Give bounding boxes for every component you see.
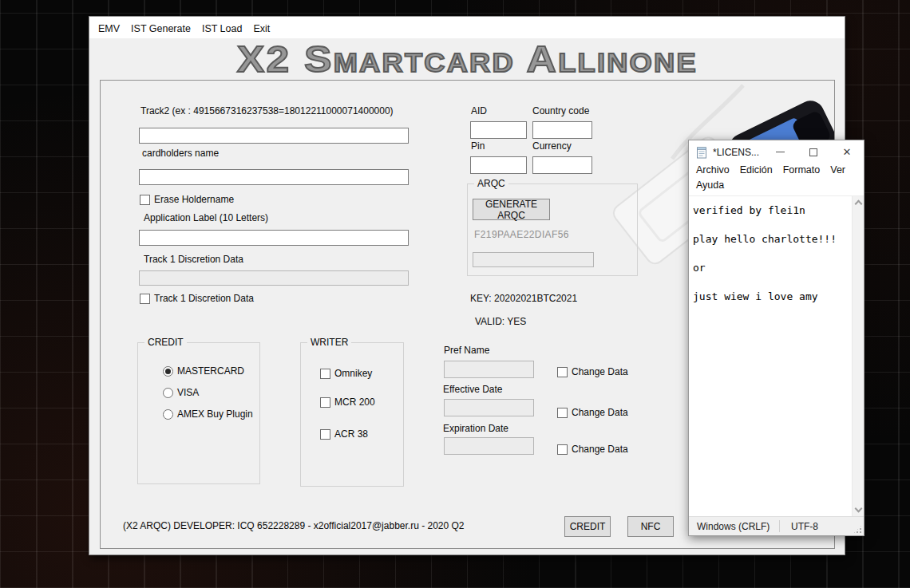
aid-label: AID — [471, 105, 487, 116]
pref-name-label: Pref Name — [444, 345, 489, 356]
cardholders-name-input[interactable] — [139, 169, 409, 185]
notepad-title: *LICENS... — [713, 147, 763, 158]
line-ending-status: Windows (CRLF) — [689, 521, 779, 532]
menu-ist-load[interactable]: IST Load — [196, 22, 248, 36]
track2-label: Track2 (ex : 4915667316237538=1801221100… — [140, 105, 394, 116]
track1-discretion-checkbox-label: Track 1 Discretion Data — [154, 293, 254, 304]
generate-arqc-button[interactable]: GENERATE ARQC — [473, 199, 550, 220]
notepad-titlebar[interactable]: *LICENS... ✕ — [689, 140, 864, 164]
menu-emv[interactable]: EMV — [93, 22, 125, 36]
notepad-menu-ayuda[interactable]: Ayuda — [696, 180, 724, 195]
application-label-input[interactable] — [139, 230, 409, 246]
radio-mastercard[interactable]: MASTERCARD — [163, 365, 244, 377]
menu-exit[interactable]: Exit — [247, 22, 275, 36]
radio-icon — [163, 366, 173, 377]
arqc-code-text: F219PAAE22DIAF56 — [474, 229, 569, 240]
minimize-icon — [776, 152, 785, 152]
nfc-button[interactable]: NFC — [627, 516, 674, 537]
minimize-button[interactable] — [763, 140, 797, 164]
track1-discretion-input — [139, 270, 409, 286]
desktop-background: EMV IST Generate IST Load Exit X2 Smartc… — [0, 0, 910, 588]
app-title: X2 Smartcard Allinone — [89, 37, 845, 79]
arqc-group: ARQC GENERATE ARQC F219PAAE22DIAF56 — [467, 184, 638, 276]
checkbox-acr38-label: ACR 38 — [334, 428, 368, 440]
notepad-statusbar: Windows (CRLF) UTF-8 — [689, 516, 864, 535]
checkbox-mcr200-label: MCR 200 — [334, 397, 375, 408]
credit-button[interactable]: CREDIT — [564, 516, 611, 537]
expiration-date-label: Expiration Date — [443, 423, 508, 434]
checkbox-icon — [140, 294, 150, 304]
credit-group: CREDIT MASTERCARD VISA AMEX Buy Plugin — [137, 342, 260, 484]
checkbox-icon — [320, 397, 330, 408]
checkbox-omnikey[interactable]: Omnikey — [320, 368, 372, 379]
erase-holdername-checkbox[interactable]: Erase Holdername — [140, 194, 234, 205]
key-text: KEY: 20202021BTC2021 — [470, 293, 577, 304]
currency-label: Currency — [532, 140, 572, 152]
notepad-text-area[interactable]: verified by flei1n play hello charlotte!… — [689, 196, 852, 516]
cardholders-name-label: cardholders name — [142, 148, 219, 159]
notepad-text-line: play hello charlotte!!! — [693, 233, 852, 247]
track1-discretion-label: Track 1 Discretion Data — [144, 254, 243, 265]
change-data-label: Change Data — [572, 444, 628, 455]
aid-input[interactable] — [470, 121, 527, 139]
change-data-label: Change Data — [572, 366, 628, 377]
scroll-down-icon[interactable] — [854, 505, 862, 513]
checkbox-omnikey-label: Omnikey — [334, 368, 372, 379]
developer-footer-text: (X2 ARQC) DEVELOPER: ICQ 652228289 - x2o… — [123, 520, 465, 531]
change-data-checkbox-1[interactable]: Change Data — [557, 366, 628, 377]
notepad-menu-ver[interactable]: Ver — [830, 164, 845, 180]
notepad-menu-edicion[interactable]: Edición — [740, 164, 773, 180]
close-icon: ✕ — [843, 147, 852, 157]
writer-group-label: WRITER — [307, 337, 351, 348]
notepad-menubar: Archivo Edición Formato Ver Ayuda — [689, 164, 864, 195]
checkbox-icon — [320, 429, 330, 440]
app-menubar: EMV IST Generate IST Load Exit — [89, 17, 845, 38]
notepad-window: *LICENS... ✕ Archivo Edición Formato Ver… — [688, 140, 864, 536]
change-data-checkbox-3[interactable]: Change Data — [557, 444, 628, 455]
notepad-menu-archivo[interactable]: Archivo — [696, 164, 730, 180]
radio-icon — [163, 388, 173, 398]
pref-name-input — [444, 361, 534, 378]
checkbox-icon — [557, 367, 568, 377]
notepad-icon — [695, 146, 708, 159]
country-code-label: Country code — [532, 105, 589, 116]
notepad-scrollbar[interactable] — [852, 196, 864, 516]
radio-icon — [163, 409, 173, 420]
checkbox-acr38[interactable]: ACR 38 — [320, 428, 368, 440]
scroll-up-icon[interactable] — [854, 200, 862, 208]
credit-group-label: CREDIT — [144, 337, 187, 348]
radio-amex[interactable]: AMEX Buy Plugin — [163, 408, 253, 420]
radio-amex-label: AMEX Buy Plugin — [177, 408, 253, 420]
arqc-group-label: ARQC — [474, 178, 508, 189]
track2-input[interactable] — [139, 128, 409, 144]
notepad-text-line: just wiew i love amy — [693, 290, 852, 305]
menu-ist-generate[interactable]: IST Generate — [125, 22, 196, 36]
erase-holdername-label: Erase Holdername — [154, 194, 234, 205]
writer-group: WRITER Omnikey MCR 200 ACR 38 — [300, 342, 404, 487]
currency-input[interactable] — [532, 156, 592, 174]
notepad-text-line — [693, 219, 852, 233]
checkbox-icon — [557, 408, 568, 418]
radio-visa-label: VISA — [177, 387, 199, 398]
checkbox-mcr200[interactable]: MCR 200 — [320, 397, 375, 408]
radio-visa[interactable]: VISA — [163, 387, 199, 398]
expiration-date-input — [444, 437, 534, 455]
effective-date-input — [444, 399, 534, 416]
valid-text: VALID: YES — [475, 316, 526, 327]
effective-date-label: Effective Date — [443, 384, 502, 395]
pin-input[interactable] — [470, 156, 527, 174]
track1-discretion-checkbox[interactable]: Track 1 Discretion Data — [140, 293, 254, 304]
notepad-body: verified by flei1n play hello charlotte!… — [689, 195, 864, 516]
maximize-button[interactable] — [797, 140, 830, 164]
checkbox-icon — [140, 195, 150, 205]
change-data-checkbox-2[interactable]: Change Data — [557, 407, 628, 418]
country-code-input[interactable] — [532, 121, 592, 139]
notepad-menu-formato[interactable]: Formato — [783, 164, 821, 180]
pin-label: Pin — [471, 140, 485, 152]
close-button[interactable]: ✕ — [830, 140, 864, 164]
checkbox-icon — [557, 444, 568, 455]
notepad-text-line — [693, 276, 852, 290]
resize-grip[interactable] — [853, 525, 862, 534]
notepad-text-line — [693, 247, 852, 262]
notepad-text-line: or — [693, 262, 852, 276]
